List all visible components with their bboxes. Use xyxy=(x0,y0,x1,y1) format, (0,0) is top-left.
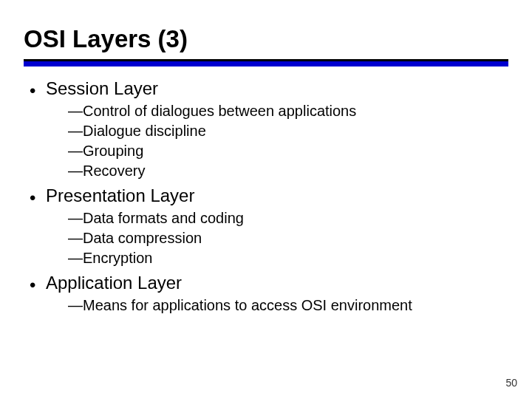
dash-icon: — xyxy=(68,296,83,316)
item-text: Data formats and coding xyxy=(83,208,244,228)
dash-icon: — xyxy=(68,121,83,141)
bullet-heading: Session Layer xyxy=(46,78,158,99)
bullet-presentation: • Presentation Layer xyxy=(30,185,502,207)
list-item: —Recovery xyxy=(68,161,502,181)
bullet-icon: • xyxy=(30,273,46,294)
bullet-session: • Session Layer xyxy=(30,78,502,100)
item-text: Grouping xyxy=(83,141,143,161)
list-item: —Data formats and coding xyxy=(68,208,502,228)
list-item: —Means for applications to access OSI en… xyxy=(68,296,502,316)
item-text: Encryption xyxy=(83,248,153,268)
bullet-application: • Application Layer xyxy=(30,273,502,294)
list-item: —Grouping xyxy=(68,141,502,161)
item-text: Data compression xyxy=(83,228,202,248)
slide-title: OSI Layers (3) xyxy=(24,25,188,53)
bullet-icon: • xyxy=(30,78,46,100)
list-item: —Data compression xyxy=(68,228,502,248)
list-item: —Dialogue discipline xyxy=(68,121,502,141)
item-text: Control of dialogues between application… xyxy=(83,101,356,121)
dash-icon: — xyxy=(68,228,83,248)
item-text: Means for applications to access OSI env… xyxy=(83,296,412,316)
dash-icon: — xyxy=(68,161,83,181)
title-rule-blue xyxy=(24,61,508,66)
sub-list-session: —Control of dialogues between applicatio… xyxy=(68,101,502,181)
dash-icon: — xyxy=(68,208,83,228)
list-item: —Encryption xyxy=(68,248,502,268)
list-item: —Control of dialogues between applicatio… xyxy=(68,101,502,121)
dash-icon: — xyxy=(68,248,83,268)
page-number: 50 xyxy=(505,377,517,389)
sub-list-application: —Means for applications to access OSI en… xyxy=(68,296,502,316)
sub-list-presentation: —Data formats and coding —Data compressi… xyxy=(68,208,502,268)
dash-icon: — xyxy=(68,141,83,161)
bullet-heading: Application Layer xyxy=(46,273,182,293)
slide: OSI Layers (3) • Session Layer —Control … xyxy=(0,0,532,399)
item-text: Recovery xyxy=(83,161,145,181)
item-text: Dialogue discipline xyxy=(83,121,206,141)
bullet-icon: • xyxy=(30,185,46,207)
dash-icon: — xyxy=(68,101,83,121)
slide-body: • Session Layer —Control of dialogues be… xyxy=(30,74,502,316)
bullet-heading: Presentation Layer xyxy=(46,185,194,206)
